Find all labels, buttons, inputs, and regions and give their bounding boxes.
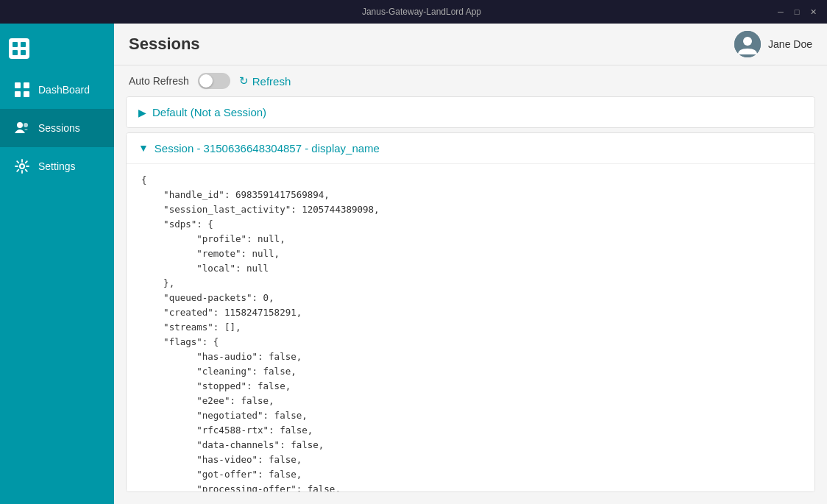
svg-rect-7 (24, 91, 29, 97)
svg-rect-2 (13, 50, 18, 55)
svg-rect-1 (21, 42, 26, 47)
session-title-default: Default (Not a Session) (152, 106, 266, 118)
toolbar: Auto Refresh ↻ Refresh (114, 65, 827, 96)
sidebar-item-dashboard[interactable]: DashBoard (0, 71, 114, 109)
main-content: Sessions Jane Doe Auto Refresh ↻ (114, 24, 827, 504)
page-title: Sessions (129, 35, 200, 54)
svg-rect-3 (21, 50, 26, 55)
sidebar-item-settings-label: Settings (38, 160, 76, 172)
json-pre: { "handle_id": 6983591417569894, "sessio… (141, 173, 800, 492)
maximize-button[interactable]: □ (792, 7, 802, 17)
sidebar-item-sessions-label: Sessions (38, 122, 80, 134)
user-area: Jane Doe (734, 31, 812, 57)
sessions-content: ▶ Default (Not a Session) ▼ Session - 31… (114, 96, 827, 504)
svg-point-12 (743, 37, 752, 46)
session-title-315: Session - 3150636648304857 - display_nam… (155, 142, 380, 155)
svg-rect-5 (24, 82, 29, 88)
titlebar: Janus-Gateway-LandLord App ─ □ ✕ (0, 0, 827, 24)
sessions-icon (12, 118, 32, 138)
minimize-button[interactable]: ─ (775, 7, 786, 17)
dashboard-icon (12, 79, 32, 100)
titlebar-controls: ─ □ ✕ (775, 7, 818, 17)
chevron-default: ▶ (138, 107, 146, 118)
logo-icon (9, 38, 29, 59)
main-header: Sessions Jane Doe (114, 24, 827, 65)
session-json-content[interactable]: { "handle_id": 6983591417569894, "sessio… (127, 163, 814, 492)
app-layout: DashBoard Sessions Setting (0, 24, 827, 504)
logo-svg (12, 41, 26, 56)
session-item-315: ▼ Session - 3150636648304857 - display_n… (126, 132, 815, 492)
refresh-icon: ↻ (239, 74, 249, 88)
refresh-label: Refresh (252, 75, 291, 88)
avatar-svg (734, 31, 761, 57)
svg-point-10 (20, 164, 24, 168)
svg-point-9 (24, 123, 28, 127)
session-header-315[interactable]: ▼ Session - 3150636648304857 - display_n… (127, 133, 814, 163)
svg-rect-6 (15, 91, 21, 97)
toggle-knob (199, 74, 213, 88)
auto-refresh-toggle[interactable] (198, 73, 230, 89)
sidebar-item-dashboard-label: DashBoard (38, 84, 90, 96)
titlebar-title: Janus-Gateway-LandLord App (68, 7, 775, 17)
avatar (734, 31, 761, 57)
close-button[interactable]: ✕ (808, 7, 818, 17)
username-label: Jane Doe (768, 38, 812, 50)
svg-rect-0 (13, 42, 18, 47)
sidebar-item-settings[interactable]: Settings (0, 147, 114, 185)
session-item-default: ▶ Default (Not a Session) (126, 96, 815, 128)
auto-refresh-label: Auto Refresh (129, 75, 189, 87)
sidebar-logo (0, 31, 114, 71)
sidebar: DashBoard Sessions Setting (0, 24, 114, 504)
refresh-button[interactable]: ↻ Refresh (239, 74, 291, 88)
chevron-315: ▼ (138, 142, 149, 154)
sidebar-item-sessions[interactable]: Sessions (0, 109, 114, 147)
svg-rect-4 (15, 82, 21, 88)
session-header-default[interactable]: ▶ Default (Not a Session) (127, 97, 814, 127)
svg-point-8 (17, 122, 23, 128)
settings-icon (12, 156, 32, 177)
